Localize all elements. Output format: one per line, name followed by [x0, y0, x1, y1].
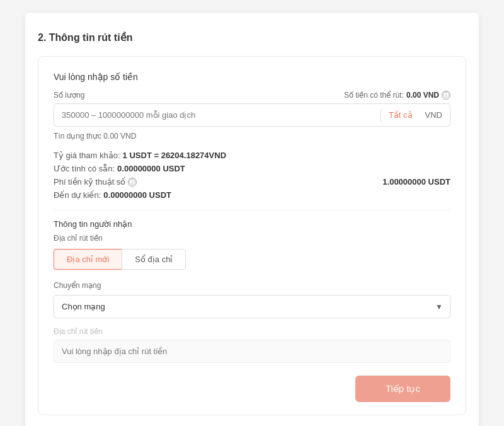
fee-info-icon[interactable]: ⓘ: [128, 178, 137, 187]
rate-section: Tỷ giá tham khảo: 1 USDT = 26204.18274VN…: [54, 151, 450, 200]
page-title: 2. Thông tin rút tiền: [38, 32, 466, 43]
balance-value: 0.00 VND: [406, 91, 439, 100]
main-container: 2. Thông tin rút tiền Vui lòng nhập số t…: [25, 13, 479, 426]
balance-info-icon[interactable]: ⓘ: [442, 91, 450, 100]
address-input-label: Địa chỉ rút tiền: [54, 327, 450, 336]
available-row: Ước tính có sẵn: 0.00000000 USDT: [54, 164, 450, 173]
exchange-rate-label: Tỷ giá tham khảo:: [54, 151, 120, 160]
fee-row: Phí tiền kỹ thuật số ⓘ 1.00000000 USDT: [54, 177, 450, 187]
available-label: Ước tính có sẵn:: [54, 164, 115, 173]
continue-button[interactable]: Tiếp tục: [355, 376, 450, 402]
balance-label: Số tiền có thể rút:: [344, 91, 404, 100]
estimated-label: Đến dự kiến:: [54, 190, 101, 200]
address-tab-row: Địa chỉ mới Sổ địa chỉ: [54, 249, 450, 270]
network-select-wrapper: Chọn mạng TRC20 ERC20 BEP20 ▼: [54, 295, 450, 318]
available-value: 0.00000000 USDT: [117, 164, 185, 173]
section-divider: [54, 210, 450, 210]
fee-value: 1.00000000 USDT: [382, 177, 450, 187]
currency-label: VND: [420, 110, 450, 120]
address-field-section: Địa chỉ rút tiền: [54, 327, 450, 363]
tab-existing-address[interactable]: Sổ địa chỉ: [122, 249, 186, 270]
estimated-value: 0.00000000 USDT: [103, 190, 171, 200]
amount-input[interactable]: [54, 104, 381, 126]
all-button[interactable]: Tất cả: [381, 110, 420, 120]
exchange-rate-value: 1 USDT = 26204.18274VND: [123, 151, 226, 160]
address-field-header: Địa chỉ rút tiền: [54, 234, 450, 243]
amount-section-title: Vui lòng nhập số tiền: [54, 72, 450, 82]
address-input[interactable]: [54, 340, 450, 363]
field-header-row: Số lượng Số tiền có thể rút: 0.00 VND ⓘ: [54, 91, 450, 100]
balance-display: Số tiền có thể rút: 0.00 VND ⓘ: [344, 91, 450, 100]
amount-input-wrapper: Tất cả VND: [54, 103, 450, 127]
estimated-row: Đến dự kiến: 0.00000000 USDT: [54, 190, 450, 200]
exchange-rate-row: Tỷ giá tham khảo: 1 USDT = 26204.18274VN…: [54, 151, 450, 160]
recipient-title: Thông tin người nhận: [54, 219, 450, 229]
network-label: Chuyển mạng: [54, 281, 450, 290]
form-card: Vui lòng nhập số tiền Số lượng Số tiền c…: [38, 56, 466, 415]
footer-row: Tiếp tục: [54, 376, 450, 402]
network-select[interactable]: Chọn mạng TRC20 ERC20 BEP20: [54, 295, 450, 318]
network-section: Chuyển mạng Chọn mạng TRC20 ERC20 BEP20 …: [54, 281, 450, 318]
credit-info: Tín dụng thực 0.00 VND: [54, 132, 450, 141]
tab-new-address[interactable]: Địa chỉ mới: [54, 249, 122, 270]
fee-label: Phí tiền kỹ thuật số: [54, 177, 125, 187]
quantity-label: Số lượng: [54, 91, 84, 100]
